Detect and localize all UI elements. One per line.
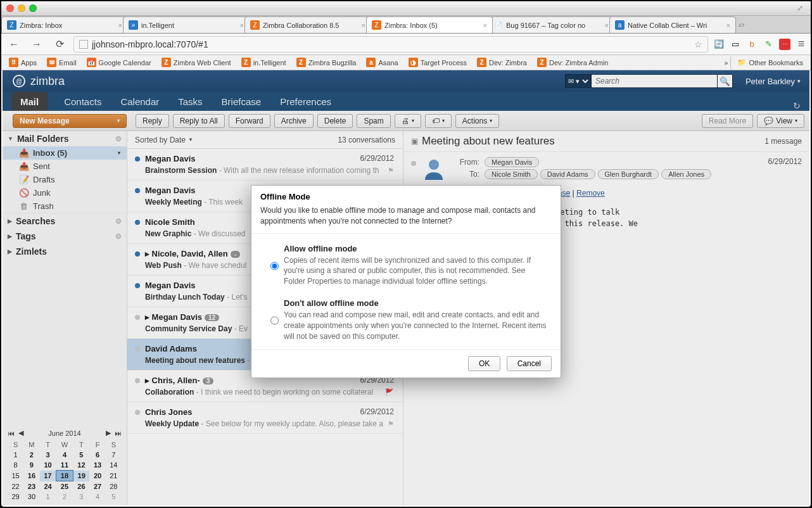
user-menu[interactable]: Peter Barkley▾: [745, 77, 801, 86]
message-row[interactable]: Chris Jones 6/29/2012 Weekly Update - Se…: [127, 402, 403, 434]
ext-icon-bitly[interactable]: b: [746, 39, 758, 50]
window-minimize-button[interactable]: [18, 4, 25, 12]
zimbra-logo[interactable]: @ zimbra: [11, 73, 65, 89]
cal-day[interactable]: 4: [89, 492, 105, 502]
window-close-button[interactable]: [6, 4, 14, 12]
nav-tab-briefcase[interactable]: Briefcase: [219, 92, 264, 111]
cal-day[interactable]: 4: [56, 450, 73, 460]
cal-day[interactable]: 7: [106, 450, 122, 460]
cal-day[interactable]: 24: [40, 481, 56, 492]
view-menu[interactable]: 💬 View ▾: [757, 114, 804, 128]
cal-day[interactable]: 27: [89, 481, 105, 492]
search-type-select[interactable]: ✉ ▾: [565, 74, 591, 88]
cal-day[interactable]: 28: [106, 481, 122, 492]
cal-day[interactable]: 25: [56, 481, 73, 492]
cal-day[interactable]: 6: [89, 450, 105, 460]
forward-button[interactable]: →: [28, 35, 46, 53]
bookmark-item[interactable]: ⠿Apps: [5, 56, 41, 69]
cal-day[interactable]: 10: [40, 460, 56, 471]
close-icon[interactable]: ×: [605, 22, 609, 29]
forward-button[interactable]: Forward: [229, 114, 270, 128]
ok-button[interactable]: OK: [468, 356, 500, 371]
folder-junk[interactable]: 🚫Junk: [3, 186, 127, 200]
bookmark-item[interactable]: ZDev: Zimbra Admin: [533, 56, 612, 69]
ext-icon-1[interactable]: 🔄: [713, 39, 725, 50]
window-fullscreen-icon[interactable]: ⤢: [797, 4, 806, 13]
chrome-menu-icon[interactable]: ≡: [796, 39, 807, 50]
cal-day[interactable]: 8: [8, 460, 23, 471]
message-row[interactable]: Megan Davis 6/29/2012 Brainstorm Session…: [127, 149, 403, 181]
to-pill[interactable]: Allen Jones: [661, 169, 711, 179]
close-icon[interactable]: ×: [240, 22, 244, 29]
cal-prev-month[interactable]: ◀: [18, 429, 23, 437]
nav-tab-contacts[interactable]: Contacts: [61, 92, 104, 111]
new-message-button[interactable]: New Message▾: [13, 114, 127, 128]
nav-tab-preferences[interactable]: Preferences: [277, 92, 334, 111]
bookmark-star-icon[interactable]: ☆: [694, 39, 702, 49]
browser-tab[interactable]: ZZimbra Collaboration 8.5×: [244, 16, 371, 33]
omnibox[interactable]: jjohnson-mbpro.local:7070/#1 ☆: [73, 36, 708, 53]
bookmark-item[interactable]: ◑Target Process: [405, 56, 471, 69]
read-more-button[interactable]: Read More: [702, 114, 753, 128]
gear-icon[interactable]: ⚙: [115, 135, 122, 143]
bookmark-item[interactable]: aAsana: [362, 56, 402, 69]
cal-day[interactable]: 17: [40, 471, 56, 481]
ext-icon-evernote[interactable]: ✎: [763, 39, 774, 50]
folder-trash[interactable]: 🗑Trash: [3, 200, 127, 213]
cal-day[interactable]: 15: [8, 471, 23, 481]
close-icon[interactable]: ×: [118, 22, 122, 29]
from-pill[interactable]: Megan Davis: [485, 157, 539, 167]
ext-icon-mask[interactable]: ▭: [730, 39, 741, 50]
reply-all-button[interactable]: Reply to All: [173, 114, 225, 128]
cal-day[interactable]: 14: [106, 460, 122, 471]
tag-menu[interactable]: 🏷 ▾: [425, 114, 452, 128]
cal-day[interactable]: 29: [8, 492, 23, 502]
close-icon[interactable]: ×: [362, 22, 365, 29]
search-button[interactable]: 🔍: [718, 74, 733, 88]
cancel-button[interactable]: Cancel: [507, 356, 552, 371]
cal-day[interactable]: 30: [23, 492, 39, 502]
search-input[interactable]: [591, 74, 718, 88]
cal-day[interactable]: 19: [73, 471, 89, 481]
bookmark-item[interactable]: ZDev: Zimbra: [473, 56, 531, 69]
sort-label[interactable]: Sorted by Date: [135, 136, 186, 144]
remove-link[interactable]: Remove: [576, 189, 605, 198]
bookmark-overflow[interactable]: »: [724, 59, 728, 67]
cal-day[interactable]: 23: [23, 481, 39, 492]
refresh-icon[interactable]: ↻: [793, 101, 801, 111]
cal-day[interactable]: 3: [40, 450, 56, 460]
other-bookmarks[interactable]: 📁Other Bookmarks: [730, 56, 807, 69]
cal-day[interactable]: 9: [23, 460, 39, 471]
disallow-offline-radio[interactable]: [270, 300, 279, 341]
spam-button[interactable]: Spam: [357, 114, 390, 128]
cal-next-month[interactable]: ▶: [106, 429, 111, 437]
folder-inbox[interactable]: 📥Inbox (5)▾: [3, 146, 127, 160]
back-button[interactable]: ←: [5, 35, 23, 53]
expand-icon[interactable]: ▣: [411, 137, 418, 146]
actions-menu[interactable]: Actions ▾: [455, 114, 499, 128]
mail-folders-head[interactable]: ▼Mail Folders⚙: [3, 131, 127, 146]
cal-day[interactable]: 18: [56, 471, 73, 481]
close-icon[interactable]: ×: [726, 22, 730, 29]
cal-day[interactable]: 5: [106, 492, 122, 502]
close-icon[interactable]: ×: [483, 22, 487, 29]
cal-prev-year[interactable]: ⏮: [8, 429, 15, 437]
cal-day[interactable]: 3: [73, 492, 89, 502]
allow-offline-radio[interactable]: [270, 245, 279, 287]
cal-day[interactable]: 20: [89, 471, 105, 481]
folder-drafts[interactable]: 📝Drafts: [3, 173, 127, 186]
bookmark-item[interactable]: Zin.Telligent: [238, 56, 290, 69]
to-pill[interactable]: Nicole Smith: [485, 169, 538, 179]
zimlets-section[interactable]: ▶Zimlets: [3, 244, 127, 259]
nav-tab-calendar[interactable]: Calendar: [118, 92, 162, 111]
bookmark-item[interactable]: 📅Google Calendar: [83, 56, 155, 69]
folder-sent[interactable]: 📤Sent: [3, 160, 127, 173]
new-tab-button[interactable]: ▱: [739, 20, 754, 33]
cal-day[interactable]: 1: [8, 450, 23, 460]
browser-tab[interactable]: ZZimbra: Inbox×: [1, 16, 128, 33]
cal-day[interactable]: 11: [56, 460, 73, 471]
browser-tab[interactable]: 📄Bug 91667 – Tag color no×: [488, 16, 614, 33]
cal-day[interactable]: 2: [23, 450, 39, 460]
searches-section[interactable]: ▶Searches⚙: [3, 213, 127, 229]
reload-button[interactable]: ⟳: [51, 35, 68, 53]
